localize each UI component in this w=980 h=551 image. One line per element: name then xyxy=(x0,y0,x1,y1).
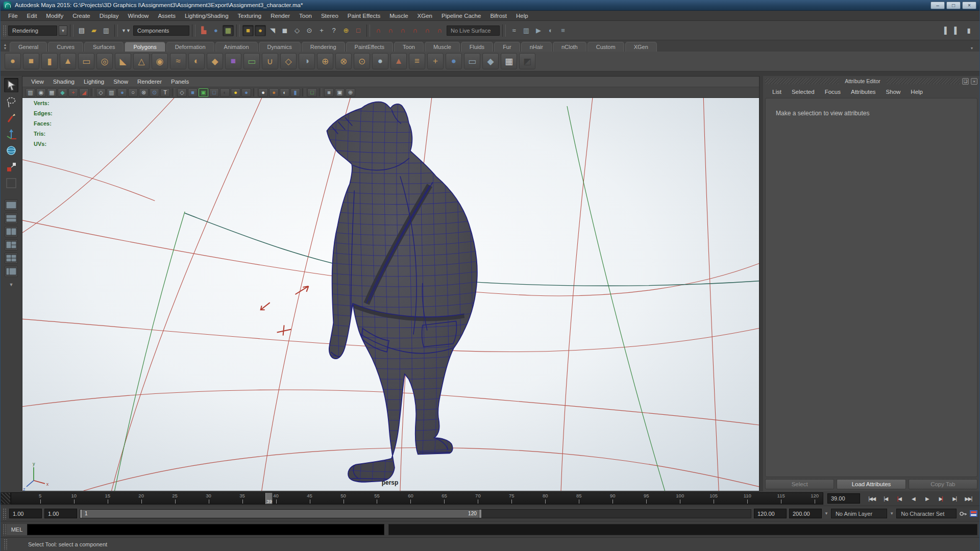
menu-set-arrow[interactable]: ▼ xyxy=(59,26,67,36)
lasso-tool[interactable] xyxy=(4,94,18,109)
layered-display-icon[interactable]: ▣ xyxy=(335,88,345,97)
attribute-editor-menu-help[interactable]: Help xyxy=(905,89,928,95)
component-parm-points-mask-icon[interactable]: ● xyxy=(255,25,266,36)
menu-toon[interactable]: Toon xyxy=(295,11,316,21)
live-surface-field[interactable]: No Live Surface xyxy=(447,26,500,36)
character-set-arrow-icon[interactable]: ▼ xyxy=(890,511,894,516)
menu-render[interactable]: Render xyxy=(266,11,295,21)
shelf-tab-custom[interactable]: Custom xyxy=(587,42,624,52)
menu-window[interactable]: Window xyxy=(123,11,153,21)
poly-pipe-icon[interactable]: ◉ xyxy=(152,53,168,69)
wireframe-icon[interactable]: ◇ xyxy=(177,88,187,97)
menu-file[interactable]: File xyxy=(4,11,22,21)
shelf-tab-surfaces[interactable]: Surfaces xyxy=(84,42,124,52)
shelf-tab-polygons[interactable]: Polygons xyxy=(125,42,165,52)
menu-stereo[interactable]: Stereo xyxy=(316,11,343,21)
component-handles-mask-icon[interactable]: + xyxy=(316,25,327,36)
poly-mirror-icon[interactable]: ◑ xyxy=(299,53,315,69)
viewport-menu-renderer[interactable]: Renderer xyxy=(133,79,166,85)
snap-to-points-icon[interactable]: ∩ xyxy=(397,25,408,36)
make-live-icon[interactable]: ∩ xyxy=(434,25,445,36)
poly-cylinder-icon[interactable]: ▮ xyxy=(41,53,58,69)
smooth-shade-icon[interactable]: ■ xyxy=(188,88,198,97)
character-set-dropdown[interactable]: No Character Set xyxy=(896,509,957,518)
poly-combine-icon[interactable]: ∪ xyxy=(262,53,278,69)
viewport-menu-show[interactable]: Show xyxy=(109,79,133,85)
snap-to-view-planes-icon[interactable]: ∩ xyxy=(422,25,433,36)
menu-xgen[interactable]: XGen xyxy=(413,11,437,21)
menu-muscle[interactable]: Muscle xyxy=(385,11,412,21)
share-view-icon[interactable]: ⊕ xyxy=(346,88,355,97)
step-back-key-button[interactable]: |◀ xyxy=(893,493,906,504)
shelf-tab-ncloth[interactable]: nCloth xyxy=(553,42,586,52)
attribute-editor-menu-focus[interactable]: Focus xyxy=(820,89,846,95)
shadows-icon[interactable]: ● xyxy=(258,88,268,97)
boolean-difference-icon[interactable]: ⊗ xyxy=(335,53,352,69)
menu-assets[interactable]: Assets xyxy=(153,11,180,21)
render-current-frame-icon[interactable]: ▶ xyxy=(533,25,544,36)
shelf-tab-animation[interactable]: Animation xyxy=(215,42,258,52)
use-default-lighting-icon[interactable]: ● xyxy=(231,88,240,97)
component-pivots-mask-icon[interactable]: ⊙ xyxy=(304,25,315,36)
panel-splitter[interactable] xyxy=(760,76,763,491)
highlight-selection-icon[interactable]: □ xyxy=(353,25,364,36)
shelf-tab-muscle[interactable]: Muscle xyxy=(425,42,460,52)
help-line-grip[interactable] xyxy=(4,539,8,550)
image-plane-icon[interactable]: ▦ xyxy=(47,88,57,97)
wireframe-on-shaded-icon[interactable]: ▣ xyxy=(199,88,208,97)
rotate-tool[interactable] xyxy=(4,143,18,158)
animation-end-field[interactable]: 200.00 xyxy=(789,509,822,518)
select-by-component-type-icon[interactable]: ▦ xyxy=(223,25,234,36)
range-slider[interactable]: 1 120 xyxy=(80,509,751,518)
ipr-render-icon[interactable]: ◐ xyxy=(545,25,556,36)
save-scene-icon[interactable]: ▥ xyxy=(101,25,112,36)
title-bar[interactable]: Autodesk Maya 2015: G:\Projects\3D Graph… xyxy=(1,0,979,11)
select-by-object-type-icon[interactable]: ● xyxy=(210,25,222,36)
menu-paint-effects[interactable]: Paint Effects xyxy=(343,11,385,21)
single-pane-layout[interactable] xyxy=(5,199,18,211)
poly-prism-icon[interactable]: ◣ xyxy=(115,53,131,69)
shelf-tab-rendering[interactable]: Rendering xyxy=(302,42,345,52)
go-to-end-button[interactable]: ▶▶| xyxy=(962,493,975,504)
animation-preferences-icon[interactable] xyxy=(970,510,977,517)
component-hulls-mask-icon[interactable]: ◇ xyxy=(291,25,303,36)
time-slider-grip[interactable] xyxy=(1,492,11,505)
shelf-tab-toon[interactable]: Toon xyxy=(394,42,424,52)
soft-modification-icon[interactable]: ● xyxy=(446,53,462,69)
uv-planar-projection-icon[interactable]: ▭ xyxy=(464,53,480,69)
menu-texturing[interactable]: Texturing xyxy=(233,11,266,21)
outliner-persp-layout[interactable] xyxy=(5,266,18,277)
attribute-editor-title-bar[interactable]: Attribute Editor ❏ × xyxy=(763,76,979,86)
close-panel-icon[interactable]: × xyxy=(971,78,977,85)
play-forwards-button[interactable]: ▶ xyxy=(920,493,934,504)
poly-separate-icon[interactable]: ◇ xyxy=(280,53,297,69)
menu-create[interactable]: Create xyxy=(68,11,95,21)
sculpt-geometry-tool-icon[interactable]: ▭ xyxy=(243,53,260,69)
current-frame-marker[interactable]: 39 xyxy=(265,493,273,504)
safe-title-icon[interactable]: T xyxy=(160,88,170,97)
viewport-menu-panels[interactable]: Panels xyxy=(166,79,193,85)
component-faces-mask-icon[interactable]: ◼ xyxy=(279,25,290,36)
attribute-editor-menu-attributes[interactable]: Attributes xyxy=(846,89,881,95)
xray-icon[interactable]: ■ xyxy=(324,88,334,97)
viewport-menu-shading[interactable]: Shading xyxy=(48,79,79,85)
poly-cone-icon[interactable]: ▲ xyxy=(60,53,76,69)
range-slider-grip[interactable] xyxy=(3,508,7,519)
textured-icon[interactable]: ◐ xyxy=(220,88,230,97)
new-scene-icon[interactable]: ▤ xyxy=(76,25,87,36)
shelf-tab-dynamics[interactable]: Dynamics xyxy=(259,42,301,52)
viewport-menu-view[interactable]: View xyxy=(27,79,48,85)
attribute-editor-toggle-icon[interactable]: ▐ xyxy=(939,25,950,36)
uv-texture-editor-icon[interactable]: ▦ xyxy=(501,53,517,69)
playback-start-field[interactable]: 1.00 xyxy=(44,509,77,518)
poly-sphere-icon[interactable]: ● xyxy=(5,53,21,69)
shelf-tab-painteffects[interactable]: PaintEffects xyxy=(346,42,394,52)
poly-soccer-ball-icon[interactable]: ◐ xyxy=(188,53,205,69)
select-tool[interactable] xyxy=(4,78,18,92)
viewport-canvas[interactable]: y x z persp Verts:Edges:Faces:Tris:UVs: xyxy=(22,98,759,491)
menu-set-dropdown[interactable]: Rendering xyxy=(8,26,57,36)
statusline-separator[interactable] xyxy=(366,24,370,37)
poly-torus-icon[interactable]: ◎ xyxy=(96,53,113,69)
poly-pyramid-icon[interactable]: △ xyxy=(133,53,150,69)
boolean-union-icon[interactable]: ⊕ xyxy=(317,53,333,69)
